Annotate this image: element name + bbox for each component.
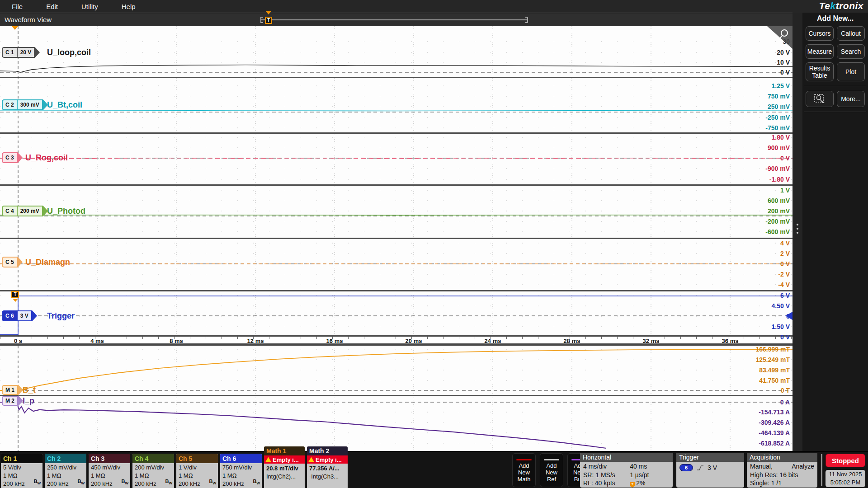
add-new-ref-button[interactable]: AddNewRef — [540, 453, 563, 487]
channel-setting: 5 V/div — [3, 464, 40, 472]
callout-button[interactable]: Callout — [837, 26, 865, 41]
channel-badge-c3[interactable]: C 3 — [2, 152, 23, 163]
measure-button[interactable]: Measure — [806, 44, 834, 59]
scale-label-c4: 600 mV — [768, 197, 790, 204]
panel-splitter[interactable] — [793, 13, 802, 451]
scale-label-c2: 250 mV — [768, 103, 790, 110]
badge-arrow-tip — [18, 257, 23, 267]
run-stop-button[interactable]: Stopped — [826, 454, 865, 467]
add-new-math-button[interactable]: AddNewMath — [512, 453, 536, 487]
math-setting: 20.8 mT/div — [266, 465, 302, 473]
channel-setting: 250 mV/div — [47, 464, 84, 472]
channel-badge-m1[interactable]: M 1 — [2, 385, 23, 395]
splitter-grip-icon[interactable] — [797, 221, 798, 236]
channel-card-settings: 750 mV/div1 MΩ200 kHzBW — [220, 463, 262, 488]
overview-trigger-t-icon[interactable]: T — [265, 17, 272, 24]
channel-card-ch3[interactable]: Ch 3450 mV/div1 MΩ200 kHzBW — [89, 454, 130, 488]
tektronix-logo: Tektronix — [819, 0, 863, 11]
channel-badge-m2[interactable]: M 2 — [2, 395, 23, 406]
plot-button[interactable]: Plot — [837, 62, 865, 81]
channel-badge-c1[interactable]: C 120 V — [2, 47, 40, 58]
horizontal-panel[interactable]: Horizontal 4 ms/div 40 ms SR: 1 MS/s 1 µ… — [580, 453, 673, 488]
scale-label-c6: 6 V — [780, 292, 790, 299]
horizontal-record-length: RL: 40 kpts — [583, 479, 630, 488]
math-warning-text: Empty i... — [316, 456, 342, 463]
waveform-trace-c1 — [0, 65, 793, 72]
zoom-box-button[interactable] — [806, 91, 834, 107]
acquisition-resolution: High Res: 16 bits — [750, 471, 798, 479]
datetime-display[interactable]: 11 Nov 2025 5:05:02 PM — [826, 470, 865, 487]
waveform-plot-lower — [0, 346, 793, 451]
waveform-graticule-lower[interactable]: M 1B_t166.999 mT125.249 mT83.499 mT41.75… — [0, 346, 793, 451]
time-axis: 0 s4 ms8 ms12 ms16 ms20 ms24 ms28 ms32 m… — [0, 337, 793, 346]
trigger-panel-title: Trigger — [676, 453, 744, 462]
waveform-graticule-upper[interactable]: C 120 VU_loop,coil3020 V10 V0 VC 2300 mV… — [0, 26, 793, 337]
scale-label-m1: 0 T — [781, 387, 790, 394]
channel-badge-c6[interactable]: C 63 V — [2, 310, 37, 321]
horizontal-scale: 4 ms/div — [583, 462, 630, 471]
channel-card-ch6[interactable]: Ch 6750 mV/div1 MΩ200 kHzBW — [220, 454, 262, 488]
channel-badge-c5[interactable]: C 5 — [2, 257, 23, 267]
add-button-label: Ref — [540, 476, 563, 483]
badge-arrow-tip — [43, 206, 48, 216]
scale-label-c3: 900 mV — [768, 144, 790, 151]
math-card-math2[interactable]: Math 2Empty i...77.356 A/...-Intg(Ch3... — [307, 446, 348, 488]
scale-label-c1: 10 V — [777, 59, 790, 66]
more-button[interactable]: More... — [837, 91, 865, 107]
scale-label-c4: -200 mV — [765, 218, 790, 225]
channel-badge-c4[interactable]: C 4200 mV — [2, 206, 48, 216]
add-button-label: Add — [513, 462, 535, 469]
scale-label-c3: -900 mV — [765, 165, 790, 172]
channel-badge-c2[interactable]: C 2300 mV — [2, 99, 48, 110]
menu-help[interactable]: Help — [122, 3, 136, 10]
scale-label-c5: 0 V — [780, 260, 790, 267]
bandwidth-badge: BW — [33, 477, 41, 488]
channel-label-m2: I_p — [23, 396, 34, 406]
menu-file[interactable]: File — [12, 3, 23, 10]
channel-card-ch5[interactable]: Ch 51 V/div1 MΩ200 kHzBW — [176, 454, 218, 488]
panel-divider — [804, 112, 866, 112]
overview-trigger-triangle-icon — [266, 11, 271, 14]
channel-card-ch4[interactable]: Ch 4200 mV/div1 MΩ200 kHzBW — [132, 454, 174, 488]
channel-label-m1: B_t — [23, 385, 36, 395]
search-button[interactable]: Search — [837, 44, 865, 59]
channel-label-c4: U_Photod — [47, 206, 85, 216]
accent-line — [544, 459, 559, 460]
acquisition-panel[interactable]: Acquisition Manual, Analyze High Res: 16… — [747, 453, 817, 488]
time-tick-label: 28 ms — [564, 338, 580, 344]
channel-badge-scale: 300 mV — [18, 99, 43, 110]
scale-label-c2: 750 mV — [768, 93, 790, 100]
time-tick-label: 8 ms — [170, 338, 183, 344]
channel-card-settings: 450 mV/div1 MΩ200 kHzBW — [89, 463, 130, 488]
scale-label-c1: 0 V — [780, 69, 790, 76]
acquisition-mode: Manual, — [750, 462, 773, 471]
time-tick-label: 16 ms — [326, 338, 343, 344]
trigger-level-arrow-icon[interactable] — [785, 312, 793, 320]
channel-badge-id: C 4 — [2, 206, 18, 216]
scale-label-c3: 0 V — [780, 155, 790, 162]
time-tick-label: 32 ms — [643, 338, 660, 344]
horizontal-overview-bar[interactable]: T — [261, 13, 527, 27]
math-card-math1[interactable]: Math 1Empty i...20.8 mT/divIntg(Ch2)... — [264, 446, 305, 488]
channel-card-settings: 200 mV/div1 MΩ200 kHzBW — [132, 463, 174, 488]
trigger-panel[interactable]: Trigger 6 3 V — [676, 453, 744, 488]
horizontal-resolution: 1 µs/pt — [630, 471, 670, 479]
menu-utility[interactable]: Utility — [81, 3, 98, 10]
channel-label-c1: U_loop,coil — [47, 48, 91, 57]
cursors-button[interactable]: Cursors — [806, 26, 834, 41]
trigger-position-triangle-icon[interactable] — [12, 26, 18, 30]
time-tick-label: 12 ms — [247, 338, 264, 344]
results-table-button[interactable]: Results Table — [806, 62, 834, 81]
math-card-settings: 20.8 mT/divIntg(Ch2)... — [264, 464, 305, 488]
menu-edit[interactable]: Edit — [46, 3, 58, 10]
channel-label-c3: U_Rog,coil — [25, 153, 68, 163]
bandwidth-badge: BW — [165, 477, 172, 488]
overview-right-bracket — [525, 17, 528, 23]
channel-badge-id: M 1 — [2, 385, 18, 395]
trigger-t-flag[interactable]: T — [11, 291, 19, 298]
channel-card-ch2[interactable]: Ch 2250 mV/div1 MΩ200 kHzBW — [45, 454, 86, 488]
channel-card-ch1[interactable]: Ch 15 V/div1 MΩ200 kHzBW — [1, 454, 42, 488]
channel-card-settings: 250 mV/div1 MΩ200 kHzBW — [45, 463, 86, 488]
channel-setting: 750 mV/div — [222, 464, 259, 472]
time-tick-label: 0 s — [14, 338, 22, 344]
